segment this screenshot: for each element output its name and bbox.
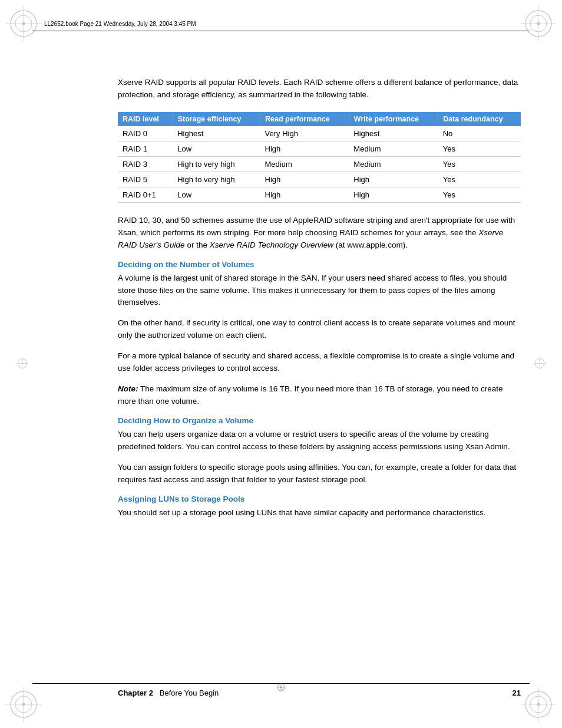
table-cell: High <box>349 187 438 202</box>
svg-point-4 <box>22 22 25 25</box>
table-cell: Very High <box>260 126 349 141</box>
table-cell: No <box>438 126 521 141</box>
section-heading-1: Deciding How to Organize a Volume <box>118 416 521 425</box>
section-2-paragraph-0: You should set up a storage pool using L… <box>118 507 521 519</box>
top-border <box>32 31 530 31</box>
section-0-paragraph-1: On the other hand, if security is critic… <box>118 317 521 342</box>
footer-chapter-info: Chapter 2 Before You Begin <box>118 689 219 697</box>
table-cell: Low <box>173 141 260 156</box>
svg-point-9 <box>537 22 540 25</box>
page: LL2652.book Page 21 Wednesday, July 28, … <box>0 0 562 728</box>
table-cell: RAID 3 <box>118 156 173 172</box>
table-row: RAID 3High to very highMediumMediumYes <box>118 156 521 172</box>
table-cell: RAID 1 <box>118 141 173 156</box>
table-cell: RAID 5 <box>118 172 173 187</box>
table-cell: RAID 0 <box>118 126 173 141</box>
table-header-data-redundancy: Data redundancy <box>438 112 521 126</box>
table-row: RAID 5High to very highHighHighYes <box>118 172 521 187</box>
raid-note-text3: (at www.apple.com). <box>333 241 408 249</box>
table-cell: Yes <box>438 156 521 172</box>
corner-decoration-bl <box>6 687 41 722</box>
left-reg-mark <box>16 357 28 371</box>
table-row: RAID 1LowHighMediumYes <box>118 141 521 156</box>
table-cell: Highest <box>349 126 438 141</box>
corner-decoration-tl <box>6 6 41 41</box>
table-row: RAID 0+1LowHighHighYes <box>118 187 521 202</box>
corner-decoration-br <box>521 687 556 722</box>
corner-decoration-tr <box>521 6 556 41</box>
table-header-row: RAID level Storage efficiency Read perfo… <box>118 112 521 126</box>
table-cell: Medium <box>349 141 438 156</box>
table-cell: High <box>260 141 349 156</box>
raid-note-text1: RAID 10, 30, and 50 schemes assume the u… <box>118 216 515 237</box>
right-reg-mark <box>534 357 546 371</box>
raid-note-paragraph: RAID 10, 30, and 50 schemes assume the u… <box>118 215 521 252</box>
table-cell: High to very high <box>173 156 260 172</box>
table-header-write-performance: Write performance <box>349 112 438 126</box>
table-cell: Yes <box>438 141 521 156</box>
section-heading-0: Deciding on the Number of Volumes <box>118 260 521 269</box>
sections-container: Deciding on the Number of VolumesA volum… <box>118 260 521 519</box>
note-label: Note: <box>118 384 138 393</box>
note-text: The maximum size of any volume is 16 TB.… <box>118 384 503 406</box>
table-cell: High <box>260 172 349 187</box>
section-1-paragraph-0: You can help users organize data on a vo… <box>118 429 521 453</box>
svg-point-29 <box>280 687 282 689</box>
raid-table: RAID level Storage efficiency Read perfo… <box>118 112 521 203</box>
table-header-raid-level: RAID level <box>118 112 173 126</box>
header-meta: LL2652.book Page 21 Wednesday, July 28, … <box>44 21 196 27</box>
section-0-paragraph-0: A volume is the largest unit of shared s… <box>118 272 521 309</box>
table-header-read-performance: Read performance <box>260 112 349 126</box>
raid-note-italic2: Xserve RAID Technology Overview <box>210 241 333 249</box>
section-0-note: Note: The maximum size of any volume is … <box>118 383 521 408</box>
section-1-paragraph-1: You can assign folders to specific stora… <box>118 462 521 486</box>
section-0-paragraph-2: For a more typical balance of security a… <box>118 350 521 375</box>
table-cell: Medium <box>260 156 349 172</box>
table-cell: Low <box>173 187 260 202</box>
table-row: RAID 0HighestVery HighHighestNo <box>118 126 521 141</box>
footer: Chapter 2 Before You Begin 21 <box>118 689 521 697</box>
table-header-storage-efficiency: Storage efficiency <box>173 112 260 126</box>
svg-point-19 <box>537 703 540 706</box>
footer-chapter-label: Chapter 2 <box>118 689 160 697</box>
footer-center-mark <box>276 683 286 694</box>
footer-page-number: 21 <box>513 689 521 697</box>
table-cell: Medium <box>349 156 438 172</box>
table-cell: Highest <box>173 126 260 141</box>
svg-point-14 <box>22 703 25 706</box>
raid-note-text2: or the <box>185 241 210 249</box>
table-cell: Yes <box>438 187 521 202</box>
table-cell: RAID 0+1 <box>118 187 173 202</box>
intro-paragraph: Xserve RAID supports all popular RAID le… <box>118 77 521 101</box>
content-area: Xserve RAID supports all popular RAID le… <box>118 77 521 669</box>
section-heading-2: Assigning LUNs to Storage Pools <box>118 495 521 503</box>
table-cell: High <box>349 172 438 187</box>
table-cell: High <box>260 187 349 202</box>
footer-chapter-title: Before You Begin <box>160 689 219 697</box>
table-cell: High to very high <box>173 172 260 187</box>
table-cell: Yes <box>438 172 521 187</box>
